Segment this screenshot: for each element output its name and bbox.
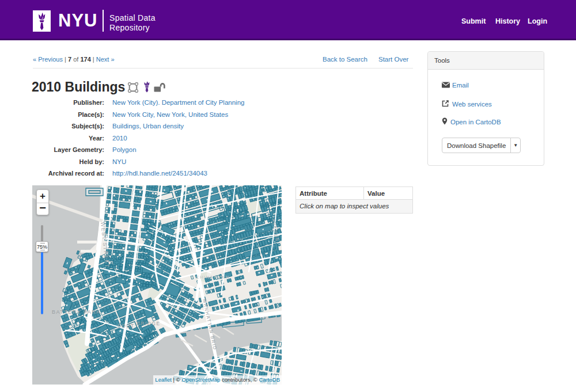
svg-text:BRIDGE: BRIDGE [137,321,161,326]
svg-text:BATTERY PARK: BATTERY PARK [52,309,101,315]
svg-text:SOUT: SOUT [118,323,135,329]
svg-text:CHINATOWN: CHINATOWN [196,275,230,280]
